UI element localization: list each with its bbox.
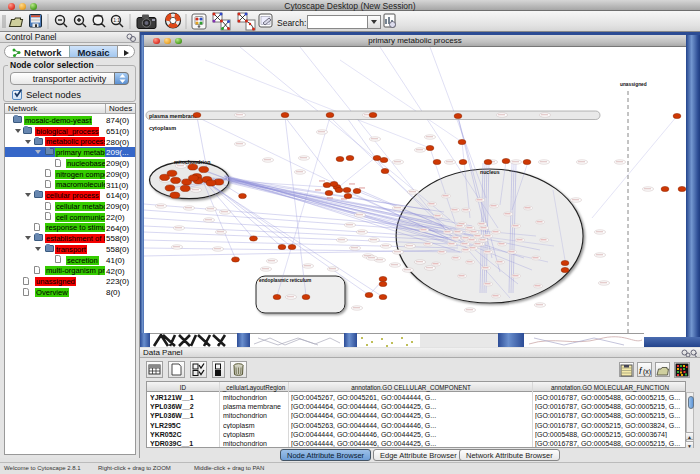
svg-text:nucleus: nucleus [480,169,500,175]
svg-text:unassigned: unassigned [620,82,647,87]
svg-text:endoplasmic reticulum: endoplasmic reticulum [259,278,311,283]
svg-text:(x): (x) [643,368,651,376]
svg-text:plasma membrane: plasma membrane [149,113,197,119]
svg-text:mitochondrion: mitochondrion [174,159,210,165]
svg-text:cytoplasm: cytoplasm [149,125,176,131]
svg-text:1:1: 1:1 [113,17,120,23]
